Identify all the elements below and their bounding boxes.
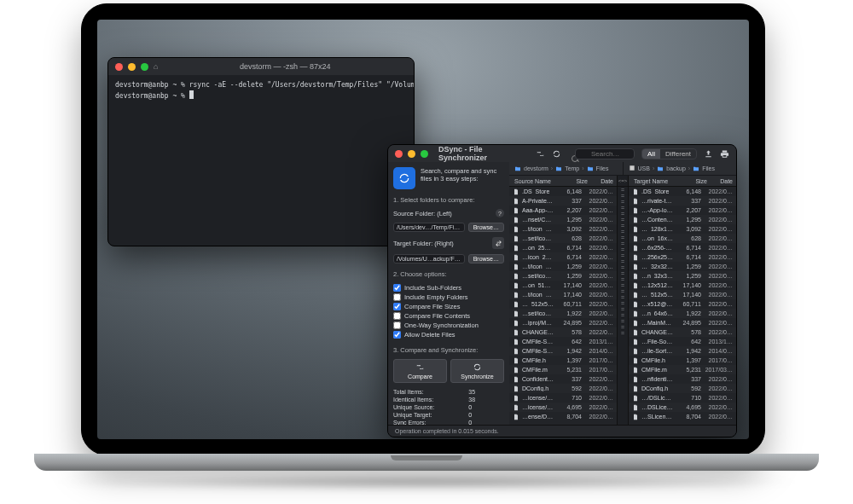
file-row[interactable]: CMFile-Sorting.m1,9422014/0… bbox=[509, 346, 617, 356]
browse-source-button[interactable]: Browse… bbox=[468, 223, 504, 232]
file-row[interactable]: .DS_Store6,1482022/0… bbox=[629, 187, 736, 196]
file-row[interactable]: …ile-Sorting.m1,9422014/0… bbox=[629, 346, 736, 356]
file-icon bbox=[513, 357, 519, 364]
file-row[interactable]: …File-Sorting.h6422013/1… bbox=[629, 337, 736, 346]
dsync-titlebar[interactable]: DSync - File Synchronizer All Different bbox=[388, 145, 736, 162]
file-row[interactable]: Confidential.doc3372022/0… bbox=[509, 374, 617, 384]
zoom-icon[interactable] bbox=[421, 150, 428, 158]
synchronize-button[interactable]: Synchronize bbox=[450, 359, 504, 383]
file-row[interactable]: …ense/DSLicense.xib8,7042022/0… bbox=[509, 412, 617, 421]
file-row[interactable]: …icon_256x256.png6,7142022/0… bbox=[509, 252, 617, 262]
browse-target-button[interactable]: Browse… bbox=[468, 254, 504, 264]
file-row[interactable]: CMFile-Sorting.h6422013/1… bbox=[509, 337, 617, 346]
file-row[interactable]: …_512x512@2x.png60,7112022/0… bbox=[509, 299, 617, 309]
terminal-body[interactable]: devstorm@anbp ~ % rsync -aE --delete "/U… bbox=[108, 75, 414, 107]
opt-delete[interactable]: Allow Delete Files bbox=[393, 330, 504, 339]
seg-all[interactable]: All bbox=[642, 149, 660, 159]
compare-button[interactable]: Compare bbox=[393, 359, 447, 383]
export-icon[interactable] bbox=[704, 149, 713, 159]
source-path-field[interactable]: /Users/dev…/Temp/Files bbox=[393, 223, 465, 232]
seg-different[interactable]: Different bbox=[660, 149, 696, 159]
file-row[interactable]: CHANGELOG5782022/0… bbox=[629, 327, 736, 337]
file-row[interactable]: …nset/Contents.json1,2952022/0… bbox=[509, 215, 617, 224]
file-row[interactable]: …n_32x32.png1,2592022/0… bbox=[629, 271, 736, 281]
filter-segment[interactable]: All Different bbox=[641, 148, 697, 159]
file-row[interactable]: …256x256.png6,7142022/0… bbox=[629, 252, 736, 262]
zoom-icon[interactable] bbox=[141, 63, 148, 71]
equal-icon: = bbox=[621, 318, 624, 324]
file-row[interactable]: …set/icon_16x16.png6282022/0… bbox=[509, 234, 617, 243]
file-row[interactable]: …_128x128.png3,0922022/0… bbox=[629, 224, 736, 234]
file-row[interactable]: …nfidential.doc3372022/0… bbox=[629, 374, 736, 384]
file-row[interactable]: CMFile.m5,2312017/03… bbox=[629, 365, 736, 374]
target-list[interactable]: Target NameSizeDate .DS_Store6,1482022/0… bbox=[629, 176, 736, 425]
file-row[interactable]: …t/icon_128x128.png3,0922022/0… bbox=[509, 224, 617, 234]
opt-sizes[interactable]: Compare File Sizes bbox=[393, 302, 504, 311]
equal-icon: = bbox=[621, 211, 624, 217]
app-logo-icon bbox=[393, 167, 415, 189]
file-row[interactable]: …icense/DSLicense.h7102022/0… bbox=[509, 393, 617, 403]
file-icon bbox=[513, 329, 519, 336]
terminal-window[interactable]: ⌂ devstorm — -zsh — 87x24 devstorm@anbp … bbox=[107, 57, 415, 246]
file-row[interactable]: …on_512x512-1.png17,1402022/0… bbox=[509, 281, 617, 290]
opt-contents[interactable]: Compare File Contents bbox=[393, 311, 504, 321]
compare-icon[interactable] bbox=[536, 149, 545, 159]
swap-icon[interactable] bbox=[492, 237, 504, 249]
file-row[interactable]: CMFile.h1,3972017/0… bbox=[509, 356, 617, 365]
opt-empty[interactable]: Include Empty Folders bbox=[393, 293, 504, 302]
file-row[interactable]: …on_16x16.png6282022/0… bbox=[629, 234, 736, 243]
minimize-icon[interactable] bbox=[408, 150, 415, 158]
close-icon[interactable] bbox=[395, 150, 403, 158]
source-list[interactable]: Source NameSizeDate .DS_Store6,1482022/0… bbox=[509, 176, 617, 425]
terminal-titlebar[interactable]: ⌂ devstorm — -zsh — 87x24 bbox=[108, 58, 414, 75]
dsync-window[interactable]: DSync - File Synchronizer All Different bbox=[387, 144, 737, 437]
file-row[interactable]: …12x512-1.png17,1402022/0… bbox=[629, 281, 736, 290]
file-row[interactable]: DConfig.h5922022/0… bbox=[509, 384, 617, 393]
file-row[interactable]: Aaa-App-log-0.m2,2072022/0… bbox=[509, 206, 617, 215]
file-row[interactable]: …t/icon_32x32-1.png1,2592022/0… bbox=[509, 262, 617, 271]
file-icon bbox=[632, 395, 639, 402]
file-row[interactable]: …_32x32-1.png1,2592022/0… bbox=[629, 262, 736, 271]
file-row[interactable]: …DSLicense.m4,6952022/0… bbox=[629, 403, 736, 412]
file-row[interactable]: …6x256-1.png6,7142022/0… bbox=[629, 243, 736, 252]
breadcrumb-right[interactable]: USB› backup› Files bbox=[624, 162, 737, 175]
file-row[interactable]: .DS_Store6,1482022/0… bbox=[509, 187, 617, 196]
step1-label: 1. Select folders to compare: bbox=[393, 196, 504, 204]
file-row[interactable]: …MainMenu.xib24,8952022/0… bbox=[629, 318, 736, 327]
file-row[interactable]: CHANGELOG5782022/0… bbox=[509, 327, 617, 337]
step3-label: 3. Compare and Synchronize: bbox=[393, 346, 504, 354]
file-row[interactable]: …rivate-text.txt3372022/0… bbox=[629, 196, 736, 206]
file-row[interactable]: …-App-log-0.m2,2072022/0… bbox=[629, 206, 736, 215]
file-row[interactable]: …SLicense.xib8,7042022/0… bbox=[629, 412, 736, 421]
file-row[interactable]: …n_64x64.png1,9222022/0… bbox=[629, 309, 736, 318]
search-input[interactable] bbox=[575, 148, 635, 159]
close-icon[interactable] bbox=[115, 63, 123, 71]
equal-icon: = bbox=[621, 187, 624, 193]
file-row[interactable]: A-Private-text.txt3372022/0… bbox=[509, 196, 617, 206]
minimize-icon[interactable] bbox=[128, 63, 136, 71]
print-icon[interactable] bbox=[720, 149, 729, 159]
file-icon bbox=[632, 339, 639, 345]
help-icon[interactable]: ? bbox=[496, 209, 504, 217]
file-row[interactable]: …iproj/MainMenu.xib24,8952022/0… bbox=[509, 318, 617, 327]
file-row[interactable]: …on_256x256-1.png6,7142022/0… bbox=[509, 243, 617, 252]
file-row[interactable]: …set/icon_64x64.png1,9222022/0… bbox=[509, 309, 617, 318]
file-row[interactable]: …_512x512.png17,1402022/0… bbox=[629, 290, 736, 299]
file-row[interactable]: …x512@2x.png60,7112022/0… bbox=[629, 299, 736, 309]
options: Include Sub-Folders Include Empty Folder… bbox=[393, 283, 504, 339]
file-row[interactable]: CMFile.h1,3972017/0… bbox=[629, 356, 736, 365]
sync-icon[interactable] bbox=[552, 149, 561, 159]
equal-icon: = bbox=[621, 264, 624, 270]
file-icon bbox=[513, 310, 519, 317]
file-row[interactable]: …/DSLicense.h7102022/0… bbox=[629, 393, 736, 403]
file-row[interactable]: …t/icon_512x512.png17,1402022/0… bbox=[509, 290, 617, 299]
file-row[interactable]: CMFile.m5,2312017/0… bbox=[509, 365, 617, 374]
target-path-field[interactable]: /Volumes/U…ackup/Files bbox=[393, 254, 465, 264]
file-row[interactable]: DConfig.h5922022/0… bbox=[629, 384, 736, 393]
breadcrumb-left[interactable]: devstorm› Temp› Files bbox=[509, 162, 624, 175]
opt-subfolders[interactable]: Include Sub-Folders bbox=[393, 283, 504, 293]
file-row[interactable]: …icense/DSLicense.m4,6952022/0… bbox=[509, 403, 617, 412]
file-row[interactable]: …Contents.json1,2952022/0… bbox=[629, 215, 736, 224]
opt-oneway[interactable]: One-Way Synchronization bbox=[393, 321, 504, 330]
file-row[interactable]: …set/icon_32x32.png1,2592022/0… bbox=[509, 271, 617, 281]
